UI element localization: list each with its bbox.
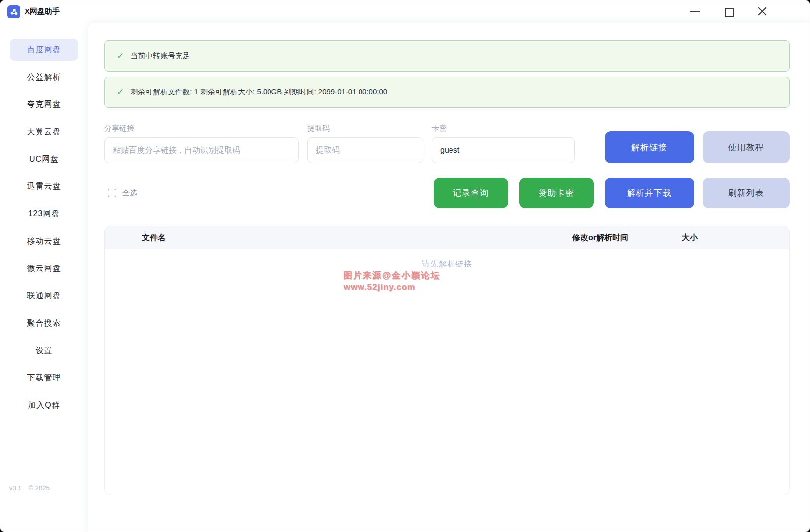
alert-text: 当前中转账号充足 [130,51,190,61]
record-query-button[interactable]: 记录查询 [434,178,508,208]
sidebar-item-download-manager[interactable]: 下载管理 [10,367,78,389]
sidebar-item-gongyi[interactable]: 公益解析 [10,66,78,88]
sidebar-item-juhe-search[interactable]: 聚合搜索 [10,312,78,334]
sidebar-divider [9,471,79,471]
maximize-icon[interactable] [723,6,734,17]
sidebar-item-pan123[interactable]: 123网盘 [10,203,78,225]
share-link-label: 分享链接 [104,124,299,133]
sidebar-item-weiyun[interactable]: 微云网盘 [10,258,78,279]
alert-text: 剩余可解析文件数: 1 剩余可解析大小: 5.00GB 到期时间: 2099-0… [130,88,387,97]
sidebar-item-xunlei[interactable]: 迅雷云盘 [10,176,78,197]
sidebar-nav: 百度网盘公益解析夸克网盘天翼云盘UC网盘迅雷云盘123网盘移动云盘微云网盘联通网… [0,39,88,416]
sidebar: 百度网盘公益解析夸克网盘天翼云盘UC网盘迅雷云盘123网盘移动云盘微云网盘联通网… [0,23,88,532]
window-controls [690,6,768,17]
extract-code-label: 提取码 [307,124,423,133]
sidebar-item-quark[interactable]: 夸克网盘 [10,93,78,115]
status-alert-account: ✓ 当前中转账号充足 [104,40,790,72]
titlebar: X网盘助手 [0,0,810,23]
check-icon: ✓ [117,87,124,97]
card-key-field-group: 卡密 [432,124,575,163]
app-title: X网盘助手 [25,7,60,16]
close-icon[interactable] [757,6,768,17]
select-all-label: 全选 [122,188,137,198]
sponsor-card-button[interactable]: 赞助卡密 [519,178,594,208]
select-all-checkbox[interactable] [108,189,116,197]
parse-link-button[interactable]: 解析链接 [605,131,694,163]
share-link-field-group: 分享链接 [104,124,299,163]
sidebar-item-join-q-group[interactable]: 加入Q群 [10,394,78,416]
parse-and-download-button[interactable]: 解析并下载 [605,178,694,208]
file-table: 文件名修改or解析时间大小 请先解析链接 [104,226,790,495]
column-size: 大小 [660,233,720,243]
table-empty-text: 请先解析链接 [105,259,789,269]
parse-form: 分享链接 提取码 卡密 解析链接 使用教程 [104,124,790,163]
sidebar-item-baidu[interactable]: 百度网盘 [10,39,78,61]
status-alert-quota: ✓ 剩余可解析文件数: 1 剩余可解析大小: 5.00GB 到期时间: 2099… [104,77,790,108]
refresh-list-button[interactable]: 刷新列表 [703,178,790,208]
app-window: X网盘助手 百度网盘公益解析夸克网盘天翼云盘UC网盘迅雷云盘123网盘移动云盘微… [0,0,810,532]
select-all-control[interactable]: 全选 [108,188,137,198]
column-modified-or-parsed-time: 修改or解析时间 [540,233,660,243]
extract-code-field-group: 提取码 [307,124,423,163]
copyright-label: © 2025 [29,484,50,492]
share-link-input[interactable] [104,137,299,163]
check-icon: ✓ [117,51,124,61]
extract-code-input[interactable] [307,137,423,163]
sidebar-footer: v3.1 © 2025 [9,471,79,492]
sidebar-item-tianyi[interactable]: 天翼云盘 [10,121,78,143]
actions-row: 全选 记录查询 赞助卡密 解析并下载 刷新列表 [104,178,790,208]
file-table-header: 文件名修改or解析时间大小 [105,226,789,249]
column-filename: 文件名 [105,233,540,243]
sidebar-item-liantong[interactable]: 联通网盘 [10,285,78,307]
app-logo-icon [7,5,20,18]
card-key-input[interactable] [432,137,575,163]
card-key-label: 卡密 [432,124,575,133]
sidebar-item-uc[interactable]: UC网盘 [10,148,78,170]
sidebar-item-settings[interactable]: 设置 [10,340,78,361]
minimize-icon[interactable] [690,6,700,17]
sidebar-item-yidong[interactable]: 移动云盘 [10,230,78,252]
tutorial-button[interactable]: 使用教程 [703,131,790,163]
version-label: v3.1 [9,484,22,492]
main-panel: ✓ 当前中转账号充足 ✓ 剩余可解析文件数: 1 剩余可解析大小: 5.00GB… [88,23,810,532]
